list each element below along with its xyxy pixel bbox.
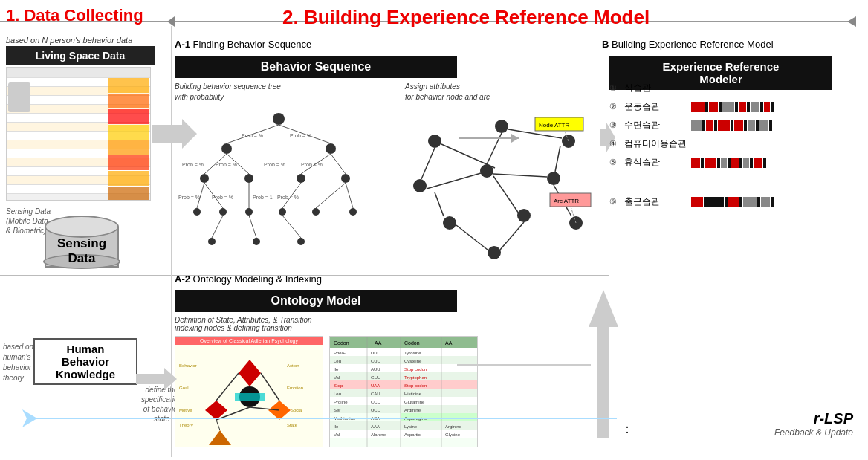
svg-text:Stop: Stop [334, 383, 343, 388]
svg-text:Theory: Theory [179, 423, 193, 427]
svg-text:CAU: CAU [371, 392, 380, 396]
ontology-box: Ontology Model [175, 290, 457, 312]
rlsp-title: r-LSP [774, 410, 853, 427]
svg-text:Stop codon: Stop codon [404, 367, 427, 372]
svg-point-42 [428, 135, 441, 148]
svg-text:CUU: CUU [371, 359, 380, 363]
svg-point-9 [219, 208, 227, 216]
habit-bar-2 [691, 102, 774, 112]
habit-num-4: ④ [609, 139, 624, 149]
svg-text:Ser: Ser [334, 408, 340, 412]
attr-svg: Node ATTR Arc ATTR [390, 104, 598, 268]
svg-text:Cysteine: Cysteine [404, 359, 422, 363]
rlsp-box: r-LSP Feedback & Update [774, 410, 853, 438]
v-divider-2 [606, 26, 606, 282]
svg-line-81 [216, 420, 220, 430]
habit-name-2: 운동습관 [624, 100, 691, 113]
svg-text:Prob = %: Prob = % [182, 162, 204, 167]
svg-text:Lysine: Lysine [404, 424, 418, 429]
habit-item-1: ① 식습관 [609, 82, 847, 94]
habit-item-6: ⑥ 출근습관 [609, 195, 847, 208]
svg-line-63 [555, 146, 560, 172]
svg-text:Tryptophan: Tryptophan [404, 375, 427, 380]
human-knowledge-box: HumanBehaviorKnowledge [33, 338, 137, 385]
svg-text:GUU: GUU [371, 375, 380, 380]
diag-label-right: Assign attributesfor behavior node and a… [405, 82, 490, 103]
svg-text:Glycine: Glycine [445, 433, 461, 437]
svg-text:Prob = %: Prob = % [216, 162, 237, 167]
exp-modeler-content: ① 식습관 ② 운동습관 ③ 수면습 [609, 82, 847, 214]
svg-text:Prob = %: Prob = % [178, 195, 200, 200]
svg-text:AA: AA [445, 340, 453, 346]
svg-point-6 [297, 174, 305, 183]
svg-line-27 [316, 183, 346, 208]
svg-text:Prob = %: Prob = % [242, 133, 263, 138]
svg-point-1 [273, 113, 285, 125]
onto-img-right: Codon AA Codon AA Phe/F UUU Tyrosine Leu… [329, 336, 478, 447]
svg-point-45 [413, 179, 427, 192]
svg-point-48 [443, 216, 456, 230]
svg-text:Leu: Leu [334, 359, 341, 363]
feedback-arrow-line [30, 418, 617, 419]
svg-point-49 [517, 209, 531, 222]
sensing-data-text: SensingData [41, 236, 123, 266]
behavior-seq-box: Behavior Sequence [175, 56, 457, 78]
svg-point-43 [495, 120, 508, 133]
svg-text:Emotion: Emotion [287, 386, 303, 390]
svg-line-57 [435, 192, 444, 216]
svg-line-22 [331, 154, 346, 174]
svg-point-51 [488, 246, 501, 259]
ontology-diagram: Definition of State, Attributes, & Trans… [175, 316, 598, 450]
svg-marker-147 [22, 409, 37, 427]
arrow-beh-to-exp [459, 137, 519, 139]
svg-marker-72 [239, 360, 261, 386]
svg-text:Ile: Ile [334, 367, 339, 372]
ontology-images: Overview of Classical Adlerian Psycholog… [175, 336, 598, 447]
v-divider [171, 26, 172, 457]
living-space-image [6, 67, 151, 201]
svg-text:Prob = 1: Prob = 1 [253, 195, 273, 200]
a1-bold: A-1 [175, 39, 190, 50]
svg-point-15 [253, 238, 260, 245]
svg-marker-149 [847, 16, 856, 27]
svg-text:Proline: Proline [334, 400, 348, 404]
svg-line-62 [421, 148, 435, 179]
feedback-arrow-head [22, 409, 37, 427]
svg-line-60 [456, 225, 488, 250]
svg-text:Prob = %: Prob = % [264, 162, 285, 167]
svg-marker-145 [589, 290, 618, 438]
svg-text:Ile: Ile [334, 424, 339, 429]
svg-text:Phe/F: Phe/F [334, 351, 346, 355]
svg-text:AUU: AUU [371, 367, 380, 372]
section2-title: 2. Building Experience Reference Model [282, 6, 650, 29]
svg-text:UUU: UUU [371, 351, 380, 355]
human-label: based onhuman'sbehaviortheory [3, 342, 33, 383]
svg-text:Node ATTR: Node ATTR [539, 122, 569, 129]
section1-subtitle: based on N person's behavior data [6, 36, 132, 45]
svg-text:Prob = %: Prob = % [290, 133, 311, 138]
habit-name-3: 수면습관 [624, 119, 691, 132]
habit-bar-6 [691, 197, 774, 207]
habit-num-2: ② [609, 102, 624, 111]
habit-num-1: ① [609, 83, 624, 93]
svg-text:AAA: AAA [371, 424, 380, 429]
a1-label: A-1 Finding Behavior Sequence [175, 39, 311, 50]
svg-text:UCU: UCU [371, 408, 380, 412]
habit-item-4: ④ 컴퓨터이용습관 [609, 137, 847, 150]
svg-line-31 [282, 216, 301, 238]
svg-text:UAA: UAA [371, 383, 380, 388]
diag-label-left: Building behavior sequence treewith prob… [175, 82, 281, 103]
ontology-def-label: Definition of State, Attributes, & Trans… [175, 316, 598, 332]
svg-text:AA: AA [375, 340, 382, 346]
svg-text:Prob = %: Prob = % [301, 162, 323, 167]
svg-text:Prob = %: Prob = % [212, 195, 233, 200]
svg-point-3 [326, 143, 336, 154]
up-arrow-right [589, 290, 618, 438]
habit-name-5: 휴식습관 [624, 156, 691, 169]
living-space-box: Living Space Data [6, 46, 155, 65]
svg-line-55 [427, 173, 481, 189]
rlsp-subtitle: Feedback & Update [774, 427, 853, 438]
habit-name-4: 컴퓨터이용습관 [624, 137, 691, 150]
svg-text:Goal: Goal [179, 386, 189, 390]
svg-text:Prob = %: Prob = % [277, 195, 299, 200]
